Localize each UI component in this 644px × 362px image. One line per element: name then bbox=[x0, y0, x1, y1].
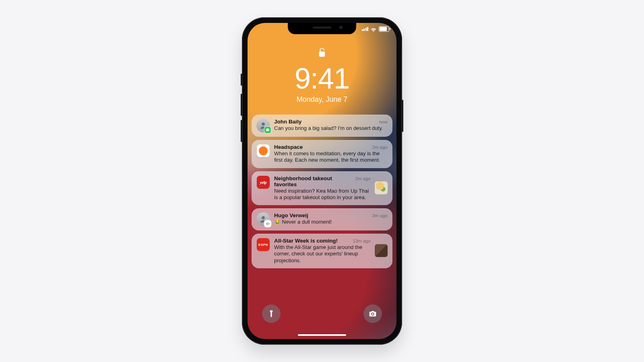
notification-time: 13m ago bbox=[353, 239, 371, 243]
notification-body: When it comes to meditation, every day i… bbox=[274, 150, 388, 164]
slack-app-icon bbox=[264, 220, 271, 227]
yelp-app-icon: yelp bbox=[257, 176, 270, 189]
home-indicator[interactable] bbox=[298, 334, 346, 336]
mute-switch[interactable] bbox=[241, 74, 242, 86]
flashlight-icon bbox=[267, 310, 275, 318]
svg-rect-3 bbox=[267, 222, 268, 223]
svg-rect-0 bbox=[319, 51, 325, 57]
flashlight-button[interactable] bbox=[262, 304, 281, 323]
notification-body: Can you bring a big salad? I'm on desser… bbox=[274, 125, 388, 132]
notification-time: 2m ago bbox=[355, 176, 371, 181]
status-bar bbox=[362, 26, 390, 32]
camera-button[interactable] bbox=[363, 304, 382, 323]
volume-down-button[interactable] bbox=[241, 120, 242, 142]
lock-date: Monday, June 7 bbox=[297, 95, 348, 104]
svg-point-2 bbox=[262, 216, 265, 219]
svg-rect-6 bbox=[266, 223, 267, 224]
notification-time: 2m ago bbox=[372, 145, 388, 150]
quick-actions bbox=[248, 304, 396, 323]
camera-icon bbox=[369, 310, 377, 318]
messages-app-icon bbox=[264, 127, 271, 133]
notification-item[interactable]: John Baily now Can you bring a big salad… bbox=[252, 115, 392, 137]
headspace-app-icon bbox=[257, 144, 270, 157]
notification-title: Neighborhood takeout favorites bbox=[274, 175, 352, 187]
stage: 9:41 Monday, June 7 John bbox=[0, 0, 644, 362]
notification-title: All-Star Week is coming! bbox=[274, 238, 349, 244]
lock-time: 9:41 bbox=[295, 64, 349, 93]
cellular-signal-icon bbox=[362, 27, 369, 31]
notification-time: 3m ago bbox=[372, 213, 388, 218]
battery-icon bbox=[379, 26, 389, 32]
notification-body: Need inspiration? Kea Mao from Up Thai i… bbox=[274, 188, 371, 201]
notification-item[interactable]: Headspace 2m ago When it comes to medita… bbox=[252, 140, 392, 168]
notification-title: Headspace bbox=[274, 144, 369, 150]
volume-up-button[interactable] bbox=[241, 94, 242, 116]
svg-rect-4 bbox=[268, 223, 270, 224]
wifi-icon bbox=[370, 27, 377, 31]
unlock-icon bbox=[318, 47, 326, 60]
notification-thumbnail bbox=[375, 244, 388, 257]
side-button[interactable] bbox=[402, 100, 403, 132]
notification-title: Hugo Verweij bbox=[274, 212, 369, 218]
lock-header: 9:41 Monday, June 7 bbox=[248, 47, 396, 104]
notification-body: With the All-Star game just around the c… bbox=[274, 244, 371, 264]
svg-rect-5 bbox=[267, 224, 268, 226]
notification-item[interactable]: yelp Neighborhood takeout favorites 2m a… bbox=[252, 171, 392, 206]
notification-time: now bbox=[379, 119, 388, 124]
notification-body: 😂 Never a dull moment! bbox=[274, 219, 388, 225]
notification-item[interactable]: ESPN All-Star Week is coming! 13m ago Wi… bbox=[252, 234, 392, 268]
notification-list: John Baily now Can you bring a big salad… bbox=[252, 115, 392, 268]
lock-screen[interactable]: 9:41 Monday, June 7 John bbox=[248, 23, 396, 339]
svg-point-1 bbox=[262, 122, 265, 125]
notch bbox=[288, 23, 356, 34]
espn-app-icon: ESPN bbox=[257, 238, 270, 251]
notification-thumbnail bbox=[375, 181, 388, 194]
notification-item[interactable]: Hugo Verweij 3m ago 😂 Never a dull momen… bbox=[252, 208, 392, 230]
phone-frame: 9:41 Monday, June 7 John bbox=[242, 17, 402, 345]
notification-title: John Baily bbox=[274, 119, 376, 125]
